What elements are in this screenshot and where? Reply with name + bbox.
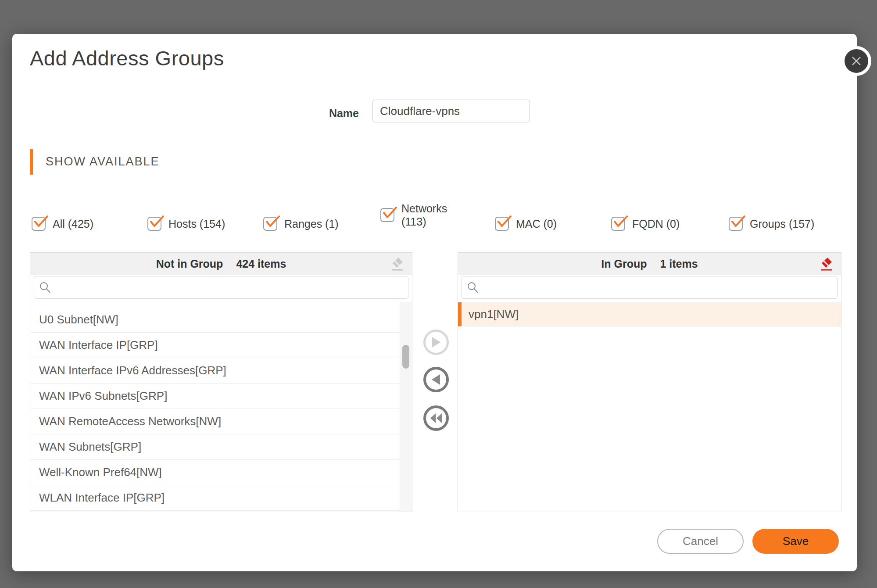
list-item[interactable]: WAN Interface IPv6 Addresses[GRP] xyxy=(30,358,400,384)
list-item[interactable]: Well-Known Pref64[NW] xyxy=(30,460,400,485)
move-right-button[interactable] xyxy=(423,330,449,355)
cancel-button-label: Cancel xyxy=(683,534,718,548)
filter-mac[interactable]: MAC (0) xyxy=(495,216,557,232)
panel-header: In Group 1 items xyxy=(458,253,841,275)
move-all-left-button[interactable] xyxy=(423,405,449,431)
double-arrow-left-icon xyxy=(430,413,443,423)
clear-group-eraser-icon[interactable] xyxy=(819,256,834,272)
filter-label: MAC (0) xyxy=(516,217,557,230)
arrow-left-icon xyxy=(431,374,441,385)
filter-label: Ranges (1) xyxy=(284,217,339,230)
filter-fqdn[interactable]: FQDN (0) xyxy=(611,216,680,232)
checkbox-checked-icon[interactable] xyxy=(729,217,743,231)
in-group-list: vpn1[NW] xyxy=(458,302,841,512)
not-in-group-search-input[interactable] xyxy=(34,276,408,299)
checkbox-checked-icon[interactable] xyxy=(495,217,509,231)
close-icon xyxy=(850,54,863,68)
move-left-button[interactable] xyxy=(423,367,449,392)
search-icon xyxy=(39,281,51,295)
filter-hosts[interactable]: Hosts (154) xyxy=(147,216,225,232)
name-input[interactable] xyxy=(372,100,530,122)
clear-filter-eraser-icon[interactable] xyxy=(390,256,405,272)
list-item[interactable]: WAN IPv6 Subnets[GRP] xyxy=(30,384,400,409)
checkbox-checked-icon[interactable] xyxy=(147,217,161,231)
filter-networks[interactable]: Networks (113) xyxy=(380,202,447,228)
panel-count: 424 items xyxy=(236,258,286,270)
in-group-panel: In Group 1 items vpn1[NW] xyxy=(458,252,841,512)
section-accent-bar xyxy=(30,149,33,175)
list-item[interactable]: WAN RemoteAccess Networks[NW] xyxy=(30,409,400,434)
panel-count: 1 items xyxy=(660,258,698,270)
list-item[interactable]: WLAN Interface IP[GRP] xyxy=(30,485,400,511)
name-label: Name xyxy=(302,107,359,120)
panel-header: Not in Group 424 items xyxy=(30,253,412,275)
save-button-label: Save xyxy=(783,534,809,548)
list-item-selected[interactable]: vpn1[NW] xyxy=(458,302,841,326)
list-item[interactable]: U0 Subnet[NW] xyxy=(30,307,400,333)
cancel-button[interactable]: Cancel xyxy=(657,529,744,554)
section-title: SHOW AVAILABLE xyxy=(46,155,160,169)
list-item[interactable]: WAN Subnets[GRP] xyxy=(30,434,400,460)
save-button[interactable]: Save xyxy=(752,529,839,554)
in-group-search-input[interactable] xyxy=(462,276,838,299)
checkbox-checked-icon[interactable] xyxy=(263,217,277,231)
arrow-right-icon xyxy=(431,337,441,348)
checkbox-checked-icon[interactable] xyxy=(611,217,625,231)
filter-label: Networks (113) xyxy=(401,202,447,228)
close-button[interactable] xyxy=(841,46,871,76)
checkbox-checked-icon[interactable] xyxy=(380,208,394,222)
filter-ranges[interactable]: Networks (113) Ranges (1) xyxy=(263,216,339,232)
filter-label: Hosts (154) xyxy=(168,217,225,230)
not-in-group-panel: Not in Group 424 items U0 Subnet[NW] WAN… xyxy=(30,252,412,512)
add-address-groups-dialog: Add Address Groups Name SHOW AVAILABLE A… xyxy=(12,34,857,571)
scrollbar-track xyxy=(400,302,412,512)
search-icon xyxy=(467,281,479,295)
not-in-group-list: U0 Subnet[NW] WAN Interface IP[GRP] WAN … xyxy=(30,307,400,512)
scrollbar-thumb[interactable] xyxy=(402,345,409,369)
filter-label: All (425) xyxy=(53,217,93,230)
filter-groups[interactable]: Groups (157) xyxy=(729,216,814,232)
panel-title: Not in Group xyxy=(156,258,223,270)
list-item[interactable]: WAN Interface IP[GRP] xyxy=(30,333,400,358)
page-title: Add Address Groups xyxy=(30,46,224,70)
checkbox-checked-icon[interactable] xyxy=(32,217,46,231)
filter-label: Groups (157) xyxy=(750,217,814,230)
panel-title: In Group xyxy=(601,258,647,270)
filter-label: FQDN (0) xyxy=(632,217,680,230)
filter-all[interactable]: All (425) xyxy=(32,216,93,232)
